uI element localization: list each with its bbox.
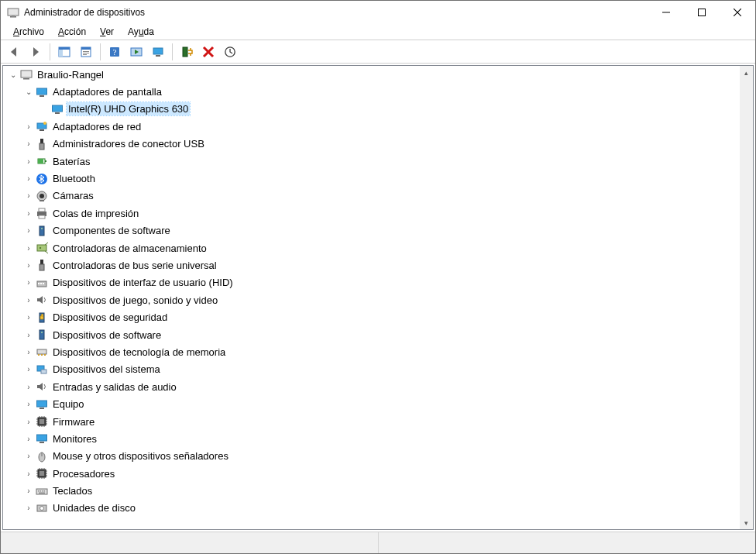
sound-video-game-icon — [36, 294, 48, 306]
maximize-button[interactable] — [684, 1, 720, 24]
node-label: Adaptadores de pantalla — [51, 85, 163, 98]
expand-toggle[interactable]: › — [23, 399, 34, 410]
tree-category-node[interactable]: ›Adaptadores de red — [8, 118, 740, 135]
expand-toggle[interactable]: › — [23, 208, 34, 219]
expand-toggle[interactable]: › — [23, 486, 34, 497]
tree-category-node[interactable]: ›Controladoras de almacenamiento — [8, 239, 740, 256]
tree-category-node[interactable]: ›Dispositivos de juego, sonido y video — [8, 291, 740, 308]
svg-rect-61 — [40, 408, 44, 409]
software-device-icon — [36, 329, 48, 341]
tree-category-node[interactable]: ›Administradores de conector USB — [8, 136, 740, 153]
tree-device-node[interactable]: ›Intel(R) UHD Graphics 630 — [8, 101, 740, 118]
svg-point-44 — [40, 247, 41, 249]
expand-toggle[interactable]: › — [23, 346, 34, 357]
print-queue-icon — [36, 207, 48, 219]
svg-rect-60 — [37, 401, 47, 407]
vertical-scrollbar[interactable]: ▴ ▾ — [740, 66, 753, 529]
node-label: Controladoras de bus serie universal — [51, 259, 218, 272]
node-label: Cámaras — [51, 189, 95, 202]
device-tree[interactable]: ⌄ Braulio-Rangel ⌄Adaptadores de pantall… — [3, 66, 753, 529]
svg-rect-72 — [40, 490, 42, 492]
tree-category-node[interactable]: ›Monitores — [8, 430, 740, 447]
monitor-icon — [36, 432, 48, 445]
processor-icon — [36, 467, 48, 480]
gpu-icon — [51, 103, 64, 115]
tree-category-node[interactable]: ›Equipo — [8, 395, 740, 412]
storage-controller-icon — [36, 242, 48, 254]
forward-button[interactable] — [26, 43, 46, 61]
minimize-button[interactable] — [648, 1, 684, 24]
security-device-icon — [36, 311, 48, 324]
tree-category-node[interactable]: ›Dispositivos de tecnología de memoria — [8, 343, 740, 360]
expand-toggle[interactable]: › — [23, 260, 34, 270]
scroll-up-button[interactable]: ▴ — [740, 66, 753, 79]
expand-toggle[interactable]: ⌄ — [8, 69, 19, 80]
expand-toggle[interactable]: › — [23, 433, 34, 444]
audio-io-icon — [36, 380, 48, 393]
back-button[interactable] — [4, 43, 24, 61]
tree-category-node[interactable]: ›Procesadores — [8, 465, 740, 482]
memory-tech-icon — [36, 346, 48, 358]
tree-category-node[interactable]: ›Componentes de software — [8, 222, 740, 239]
tree-category-node[interactable]: ›Mouse y otros dispositivos señaladores — [8, 448, 740, 465]
tree-category-node[interactable]: ›Entradas y salidas de audio — [8, 378, 740, 395]
help-button[interactable]: ? — [105, 43, 125, 61]
expand-toggle[interactable]: › — [23, 294, 34, 305]
action-button[interactable] — [126, 43, 146, 61]
expand-toggle[interactable]: › — [23, 139, 34, 150]
menu-help[interactable]: Ayuda — [122, 26, 160, 39]
tree-category-node[interactable]: ›Dispositivos del sistema — [8, 361, 740, 378]
menu-action[interactable]: Acción — [52, 26, 92, 39]
svg-point-77 — [40, 506, 44, 510]
expand-toggle[interactable]: › — [23, 364, 34, 375]
expand-toggle[interactable]: › — [23, 191, 34, 201]
menu-view[interactable]: Ver — [94, 26, 120, 39]
device-manager-window: Administrador de dispositivos Archivo Ac… — [0, 0, 756, 554]
svg-rect-73 — [42, 490, 43, 492]
tree-category-node[interactable]: ›Bluetooth — [8, 170, 740, 187]
tree-category-node[interactable]: ›Dispositivos de seguridad — [8, 308, 740, 325]
tree-category-node[interactable]: ›Dispositivos de software — [8, 326, 740, 343]
tree-category-node[interactable]: ⌄Adaptadores de pantalla — [8, 83, 740, 100]
expand-toggle[interactable]: › — [23, 243, 34, 253]
expand-toggle[interactable]: › — [23, 416, 34, 427]
tree-root-node[interactable]: ⌄ Braulio-Rangel — [8, 66, 740, 83]
expand-toggle[interactable]: › — [23, 451, 34, 462]
view-devices-button[interactable] — [148, 43, 168, 61]
tree-category-node[interactable]: ›Unidades de disco — [8, 500, 740, 517]
uninstall-device-button[interactable] — [198, 43, 218, 61]
svg-rect-24 — [53, 105, 63, 112]
scroll-down-button[interactable]: ▾ — [740, 516, 753, 529]
expand-toggle[interactable]: › — [23, 156, 34, 167]
update-driver-button[interactable] — [220, 43, 240, 61]
tree-category-node[interactable]: ›Cámaras — [8, 188, 740, 205]
tree-category-node[interactable]: ›Teclados — [8, 482, 740, 499]
node-label: Adaptadores de red — [51, 120, 143, 133]
expand-toggle[interactable]: › — [23, 312, 34, 323]
tree-category-node[interactable]: ›Colas de impresión — [8, 205, 740, 222]
statusbar — [1, 532, 755, 553]
expand-toggle[interactable]: › — [23, 468, 34, 479]
tree-category-node[interactable]: ›Dispositivos de interfaz de usuario (HI… — [8, 274, 740, 291]
properties-button[interactable] — [76, 43, 96, 61]
expand-toggle[interactable]: › — [23, 503, 34, 514]
svg-rect-4 — [699, 9, 706, 16]
svg-rect-75 — [39, 492, 45, 494]
tree-category-node[interactable]: ›Firmware — [8, 413, 740, 430]
tree-category-node[interactable]: ›Baterías — [8, 153, 740, 170]
expand-toggle[interactable]: ⌄ — [23, 87, 34, 98]
svg-rect-37 — [40, 200, 44, 201]
tree-category-node[interactable]: ›Controladoras de bus serie universal — [8, 256, 740, 274]
expand-toggle[interactable]: › — [23, 277, 34, 288]
close-button[interactable] — [720, 1, 755, 24]
expand-toggle[interactable]: › — [23, 329, 34, 340]
svg-rect-54 — [37, 349, 46, 354]
expand-toggle[interactable]: › — [23, 381, 34, 392]
expand-toggle[interactable]: › — [23, 174, 34, 184]
menu-file[interactable]: Archivo — [7, 26, 50, 39]
scan-hardware-button[interactable] — [177, 43, 197, 61]
expand-toggle[interactable]: › — [23, 121, 34, 132]
expand-toggle[interactable]: › — [23, 225, 34, 236]
show-hide-console-tree-button[interactable] — [54, 43, 74, 61]
toolbar-separator — [100, 43, 101, 60]
